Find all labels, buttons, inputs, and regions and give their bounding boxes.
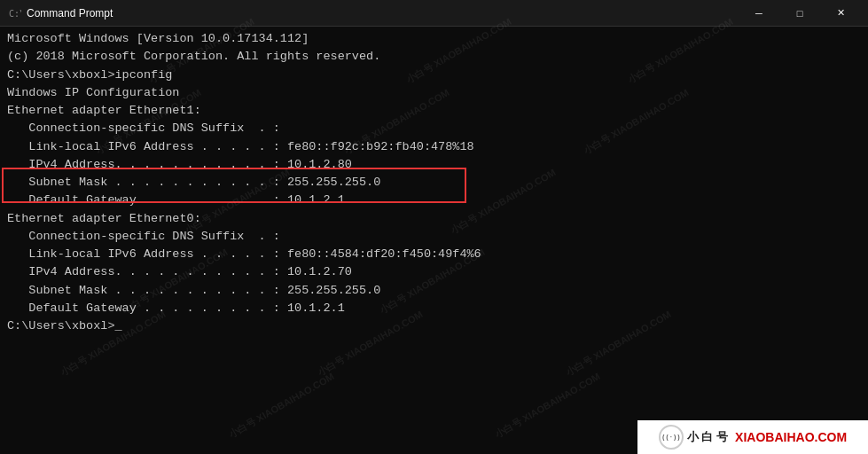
terminal-line: IPv4 Address. . . . . . . . . . . : 10.1… <box>7 156 861 174</box>
terminal-line: C:\Users\xboxl>ipconfig <box>7 67 861 84</box>
watermark-circle-icon: ((·)) <box>659 425 684 450</box>
title-bar-left: C:\ Command Prompt <box>7 6 113 20</box>
terminal-line: (c) 2018 Microsoft Corporation. All righ… <box>7 48 861 66</box>
terminal-line: Connection-specific DNS Suffix . : <box>7 228 861 246</box>
terminal-line: Default Gateway . . . . . . . . . : 10.1… <box>7 192 861 209</box>
watermark-logo: ((·)) 小 白 号 <box>659 425 728 450</box>
terminal-line: IPv4 Address. . . . . . . . . . . : 10.1… <box>7 263 861 281</box>
maximize-button[interactable]: □ <box>779 0 820 27</box>
watermark-brand-text: 小 白 号 <box>687 429 728 445</box>
terminal-line: Microsoft Windows [Version 10.0.17134.11… <box>7 30 861 48</box>
svg-text:C:\: C:\ <box>9 9 21 19</box>
bottom-watermark-bar: ((·)) 小 白 号 XIAOBAIHAO.COM <box>637 420 868 454</box>
minimize-button[interactable]: ─ <box>739 0 779 27</box>
cmd-icon: C:\ <box>7 6 21 20</box>
terminal-line: Subnet Mask . . . . . . . . . . . : 255.… <box>7 282 861 300</box>
terminal-line: Link-local IPv6 Address . . . . . : fe80… <box>7 138 861 156</box>
watermark-url-text: XIAOBAIHAO.COM <box>735 430 847 444</box>
terminal-line: C:\Users\xboxl>_ <box>7 317 861 335</box>
window-title: Command Prompt <box>27 7 113 20</box>
window-controls: ─ □ ✕ <box>739 0 861 27</box>
terminal-window: Microsoft Windows [Version 10.0.17134.11… <box>0 27 868 454</box>
terminal-output: Microsoft Windows [Version 10.0.17134.11… <box>7 30 861 335</box>
terminal-line: Default Gateway . . . . . . . . . : 10.1… <box>7 300 861 317</box>
terminal-line: Ethernet adapter Ethernet0: <box>7 210 861 228</box>
close-button[interactable]: ✕ <box>820 0 861 27</box>
terminal-line: Ethernet adapter Ethernet1: <box>7 102 861 120</box>
title-bar: C:\ Command Prompt ─ □ ✕ <box>0 0 868 27</box>
terminal-line: Windows IP Configuration <box>7 84 861 102</box>
terminal-line: Subnet Mask . . . . . . . . . . . : 255.… <box>7 174 861 192</box>
terminal-line: Link-local IPv6 Address . . . . . : fe80… <box>7 246 861 263</box>
terminal-line: Connection-specific DNS Suffix . : <box>7 120 861 137</box>
